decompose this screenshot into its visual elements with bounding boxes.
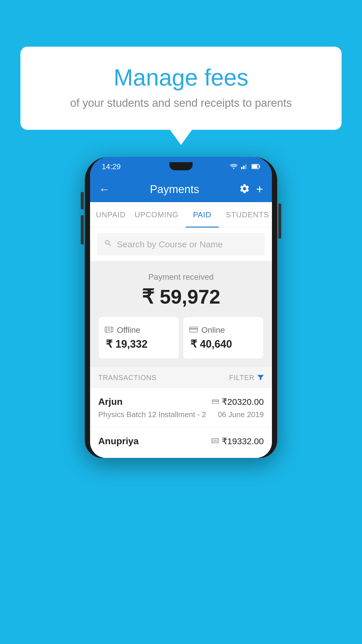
- transactions-label: TRANSACTIONS: [98, 374, 157, 382]
- tab-paid[interactable]: PAID: [181, 202, 223, 228]
- volume-up-button[interactable]: [81, 192, 84, 209]
- svg-rect-3: [245, 164, 247, 169]
- table-row[interactable]: Arjun ₹20320.00 Physics Batch 12 Install…: [90, 388, 272, 428]
- tab-unpaid[interactable]: UNPAID: [90, 202, 131, 228]
- table-row[interactable]: Anupriya ₹19332.00: [90, 428, 272, 458]
- tab-upcoming[interactable]: UPCOMING: [131, 202, 181, 228]
- battery-icon: [252, 162, 260, 171]
- svg-rect-14: [212, 400, 219, 404]
- credit-card-icon: [189, 325, 198, 335]
- speech-bubble-card: Manage fees of your students and send re…: [20, 47, 342, 130]
- tabs-bar: UNPAID UPCOMING PAID STUDENTS: [90, 202, 272, 228]
- status-icons: [230, 162, 260, 171]
- offline-label: Offline: [117, 326, 140, 335]
- transaction-detail: Physics Batch 12 Installment - 2: [98, 410, 206, 419]
- search-bar[interactable]: Search by Course or Name: [97, 233, 265, 256]
- filter-label: FILTER: [229, 374, 254, 382]
- card-payment-icon: [212, 397, 219, 406]
- cash-icon: [105, 325, 113, 335]
- volume-down-button[interactable]: [81, 215, 84, 244]
- svg-rect-2: [243, 166, 245, 169]
- svg-point-0: [233, 168, 234, 169]
- search-icon: [104, 239, 112, 250]
- transaction-amount: ₹20320.00: [222, 397, 264, 407]
- add-button[interactable]: +: [256, 182, 263, 196]
- signal-icon: [241, 162, 248, 171]
- app-bar-actions: +: [239, 182, 263, 196]
- back-button[interactable]: ←: [99, 183, 110, 196]
- transaction-name: Arjun: [98, 396, 123, 407]
- payment-summary: Payment received ₹ 59,972: [90, 261, 272, 367]
- payment-cards-row: Offline ₹ 19,332: [99, 317, 263, 358]
- filter-icon: [257, 374, 264, 382]
- svg-rect-6: [259, 165, 260, 168]
- transaction-bottom-row: Physics Batch 12 Installment - 2 06 June…: [98, 410, 264, 419]
- svg-rect-1: [241, 167, 242, 169]
- phone-frame: 14:29: [85, 157, 277, 458]
- wifi-icon: [230, 162, 238, 171]
- svg-rect-11: [189, 327, 198, 332]
- transaction-top-row: Anupriya ₹19332.00: [98, 436, 264, 447]
- online-payment-card: Online ₹ 40,640: [183, 317, 263, 358]
- transactions-header: TRANSACTIONS FILTER: [90, 367, 272, 388]
- phone-mockup: 14:29: [26, 152, 336, 644]
- search-container: Search by Course or Name: [90, 228, 272, 261]
- phone-screen: 14:29: [90, 157, 272, 458]
- app-bar: ← Payments +: [90, 176, 272, 202]
- transaction-date: 06 June 2019: [218, 410, 264, 419]
- settings-icon[interactable]: [239, 183, 250, 195]
- online-amount: ₹ 40,640: [189, 338, 257, 350]
- transaction-top-row: Arjun ₹20320.00: [98, 396, 264, 407]
- online-label: Online: [201, 326, 225, 335]
- cash-payment-icon: [211, 437, 219, 446]
- payment-total-amount: ₹ 59,972: [96, 285, 266, 308]
- transaction-name: Anupriya: [98, 436, 139, 447]
- filter-button[interactable]: FILTER: [229, 374, 264, 382]
- search-placeholder-text: Search by Course or Name: [117, 239, 223, 249]
- svg-rect-5: [252, 165, 257, 168]
- payment-received-label: Payment received: [96, 272, 266, 282]
- svg-point-17: [214, 440, 216, 442]
- app-bar-title: Payments: [116, 183, 233, 196]
- transaction-amount-container: ₹19332.00: [211, 436, 264, 446]
- offline-payment-card: Offline ₹ 19,332: [99, 317, 179, 358]
- transaction-amount-container: ₹20320.00: [212, 397, 264, 407]
- power-button[interactable]: [278, 204, 281, 239]
- phone-notch: [169, 162, 193, 170]
- status-time: 14:29: [102, 162, 121, 171]
- bubble-title: Manage fees: [35, 64, 327, 91]
- offline-card-header: Offline: [105, 325, 173, 335]
- bubble-subtitle: of your students and send receipts to pa…: [35, 97, 327, 109]
- svg-point-8: [108, 328, 110, 331]
- tab-students[interactable]: STUDENTS: [223, 202, 272, 228]
- online-card-header: Online: [189, 325, 257, 335]
- transaction-amount: ₹19332.00: [222, 436, 264, 446]
- offline-amount: ₹ 19,332: [105, 338, 173, 350]
- svg-marker-13: [257, 375, 264, 380]
